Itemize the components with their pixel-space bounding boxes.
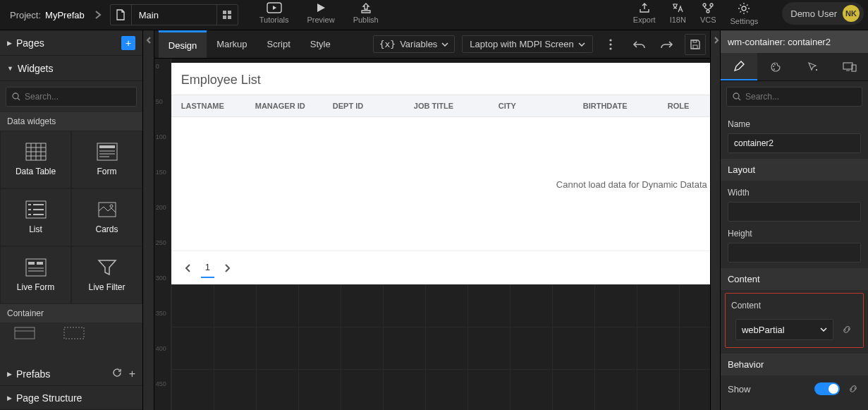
tab-markup[interactable]: Markup [207,30,257,58]
ruler-tick: 450 [156,380,166,387]
svg-rect-20 [64,327,84,339]
canvas[interactable]: Employee List LASTNAME MANAGER ID DEPT I… [171,59,710,410]
tab-design[interactable]: Design [159,30,207,58]
height-input[interactable] [728,243,861,263]
tutorials-button[interactable]: Tutorials [259,2,289,24]
redo-icon [661,40,673,49]
svg-point-28 [774,68,775,70]
grid-icon [222,10,232,20]
save-button[interactable] [685,34,706,55]
chevron-down-icon [441,42,448,47]
widget-search-input[interactable] [25,92,130,102]
content-select[interactable]: webPartial [735,319,833,340]
redo-button[interactable] [656,34,678,55]
add-page-button[interactable]: + [121,36,135,50]
properties-search[interactable] [726,87,862,107]
container-widget-icon-2[interactable] [63,327,85,339]
widget-search[interactable] [6,87,137,107]
layout-section-header: Layout [721,159,868,181]
more-menu-button[interactable] [600,34,621,55]
chevron-right-icon [224,263,231,273]
vcs-button[interactable]: VCS [700,2,716,24]
tab-style[interactable]: Style [300,30,341,58]
ruler-tick: 150 [156,169,166,176]
chevron-down-icon [820,327,827,332]
bind-content-button[interactable] [839,325,855,334]
add-prefab-button[interactable]: + [129,368,135,380]
content-label: Content [728,298,860,315]
widget-live-filter[interactable]: Live Filter [71,246,142,304]
container-widget-icon[interactable] [14,327,35,339]
widget-data-table[interactable]: Data Table [0,131,71,188]
gear-icon [738,2,750,15]
page-selector[interactable]: Main [110,4,238,25]
tab-style[interactable] [757,53,794,80]
width-input[interactable] [728,202,861,222]
tab-events[interactable] [795,53,831,80]
filter-icon [97,258,117,277]
right-collapse-gutter[interactable] [710,30,720,410]
svg-rect-16 [26,259,46,276]
col-jobtitle: JOB TITLE [414,102,499,110]
properties-search-input[interactable] [745,92,856,102]
variables-label: Variables [400,39,437,49]
card-title: Employee List [171,63,710,95]
caret-right-icon: ▶ [7,40,12,47]
user-menu[interactable]: Demo User NK [782,2,864,25]
show-toggle[interactable] [814,382,840,395]
widget-list[interactable]: List [0,188,71,246]
svg-point-8 [742,6,746,11]
widgets-section-toggle[interactable]: ▼Widgets [0,56,142,81]
widget-label: Form [97,167,117,176]
tab-properties[interactable] [721,53,757,80]
widget-form[interactable]: Form [71,131,142,188]
widget-cards[interactable]: Cards [71,188,142,246]
widget-label: Data Table [16,167,56,176]
tutorials-label: Tutorials [259,16,289,24]
preview-button[interactable]: Preview [307,2,335,24]
tab-device[interactable] [831,53,868,80]
widget-live-form[interactable]: Live Form [0,246,71,304]
i18n-button[interactable]: I18N [670,2,686,24]
devices-icon [843,62,857,72]
project-expand-button[interactable] [90,7,106,23]
chevron-left-icon [184,263,191,273]
content-section-header: Content [721,268,868,290]
pages-section-toggle[interactable]: ▶Pages + [0,30,142,56]
bind-show-button[interactable] [845,384,861,394]
breadcrumb[interactable]: wm-container: container2 [721,30,868,53]
undo-button[interactable] [628,34,649,55]
center-panel: Design Markup Script Style {x} Variables… [154,30,710,410]
video-icon [267,2,282,13]
i18n-label: I18N [670,16,686,24]
employee-list-card[interactable]: Employee List LASTNAME MANAGER ID DEPT I… [171,63,710,284]
content-highlight-box: Content webPartial [725,293,864,348]
variables-button[interactable]: {x} Variables [373,35,456,53]
name-input[interactable] [728,133,861,153]
content-select-value: webPartial [742,325,785,335]
layout-grid-button[interactable] [216,5,238,25]
left-collapse-gutter[interactable] [143,30,154,410]
next-page-button[interactable] [224,263,231,273]
export-icon [638,2,651,13]
prefabs-section-toggle[interactable]: ▶Prefabs + [0,362,142,386]
export-button[interactable]: Export [633,2,656,24]
widget-label: Cards [95,224,118,234]
chevron-down-icon [578,42,585,47]
export-label: Export [633,16,656,24]
settings-button[interactable]: Settings [731,2,759,25]
palette-icon [770,61,781,73]
table-error-message: Cannot load data for Dynamic Datata [556,179,710,189]
prev-page-button[interactable] [184,263,191,273]
page-structure-section-toggle[interactable]: ▶Page Structure [0,386,142,410]
properties-tabs [721,53,868,81]
cards-icon [97,200,118,219]
refresh-icon[interactable] [112,368,122,378]
page-number[interactable]: 1 [201,258,214,278]
top-right-actions: Export I18N VCS Settings Demo User NK [633,0,864,30]
device-selector[interactable]: Laptop with MDPI Screen [462,35,592,53]
svg-point-6 [710,4,713,6]
tab-script[interactable]: Script [257,30,300,58]
publish-button[interactable]: Publish [353,2,379,24]
project-info: Project: MyPrefab [4,10,90,20]
